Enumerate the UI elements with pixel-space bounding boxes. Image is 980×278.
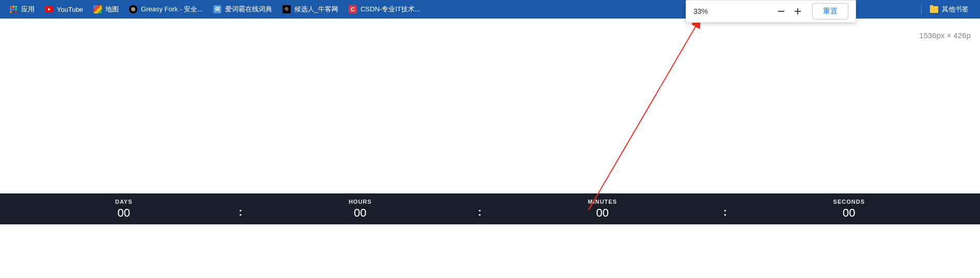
bookmark-label: YouTube (57, 6, 83, 13)
countdown-separator: : (723, 206, 727, 218)
nowcoder-icon: 牛 (282, 5, 291, 13)
bookmark-nowcoder[interactable]: 牛 候选人_牛客网 (278, 3, 342, 16)
zoom-out-button[interactable] (773, 3, 789, 20)
bookmark-label: CSDN-专业IT技术... (360, 5, 420, 14)
zoom-in-button[interactable] (789, 3, 806, 20)
countdown-value: 00 (596, 206, 609, 220)
countdown-value: 00 (118, 206, 130, 220)
countdown-separator: : (478, 206, 482, 218)
minus-icon (777, 7, 785, 15)
bookmarks-right: 其他书签 (917, 3, 975, 16)
maps-icon (93, 5, 102, 13)
dimension-text: 1536px × 426p (919, 31, 971, 40)
countdown-label: MINUTES (588, 199, 618, 205)
countdown-separator: : (239, 206, 243, 218)
zoom-reset-button[interactable]: 重置 (812, 3, 848, 20)
bookmark-dict[interactable]: 词 爱词霸在线词典 (209, 3, 276, 16)
greasy-icon (129, 5, 137, 13)
bookmark-label: 候选人_牛客网 (294, 5, 338, 14)
svg-line-4 (589, 26, 696, 210)
bookmark-csdn[interactable]: C CSDN-专业IT技术... (344, 3, 424, 16)
countdown-days: DAYS 00 (115, 199, 133, 220)
svg-rect-0 (778, 11, 784, 12)
countdown-bar: DAYS 00 : HOURS 00 : MINUTES 00 : SECOND… (0, 193, 980, 224)
bookmark-greasyfork[interactable]: Greasy Fork - 安全... (125, 3, 207, 16)
plus-icon (794, 7, 802, 15)
youtube-icon (45, 5, 53, 13)
zoom-popup: 33% 重置 (686, 0, 856, 23)
csdn-icon: C (349, 5, 357, 13)
countdown-label: HOURS (349, 199, 372, 205)
svg-rect-2 (797, 8, 798, 14)
countdown-minutes: MINUTES 00 (588, 199, 618, 220)
countdown-value: 00 (843, 206, 855, 220)
other-bookmarks-button[interactable]: 其他书签 (926, 3, 973, 16)
countdown-hours: HOURS 00 (349, 199, 372, 220)
dict-icon: 词 (213, 5, 222, 13)
bookmark-label: 地图 (105, 5, 119, 14)
apps-label: 应用 (21, 5, 35, 14)
divider (921, 4, 922, 14)
annotation-arrow (583, 22, 707, 212)
countdown-seconds: SECONDS 00 (833, 199, 865, 220)
bookmark-label: 爱词霸在线词典 (225, 5, 272, 14)
apps-button[interactable]: 应用 (5, 3, 39, 16)
countdown-label: SECONDS (833, 199, 865, 205)
bookmark-youtube[interactable]: YouTube (41, 3, 87, 15)
apps-icon (9, 5, 18, 13)
countdown-label: DAYS (115, 199, 133, 205)
bookmark-maps[interactable]: 地图 (89, 3, 123, 16)
bookmark-label: Greasy Fork - 安全... (141, 5, 203, 14)
countdown-value: 00 (354, 206, 366, 220)
folder-icon (930, 5, 938, 13)
other-bookmarks-label: 其他书签 (942, 5, 969, 14)
zoom-level: 33% (693, 7, 773, 15)
